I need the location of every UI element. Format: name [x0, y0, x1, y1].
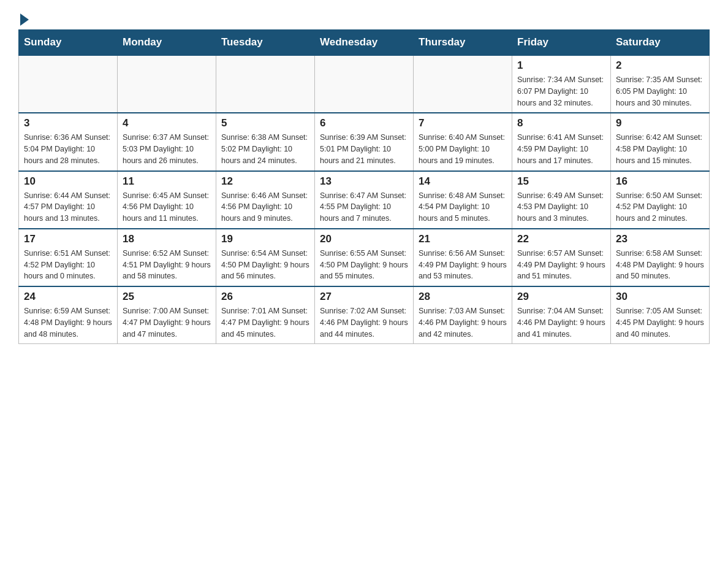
calendar-cell: 1Sunrise: 7:34 AM Sunset: 6:07 PM Daylig… [512, 55, 611, 113]
day-info: Sunrise: 6:45 AM Sunset: 4:56 PM Dayligh… [123, 190, 211, 224]
day-number: 19 [221, 233, 309, 245]
logo [18, 12, 29, 23]
day-info: Sunrise: 6:44 AM Sunset: 4:57 PM Dayligh… [24, 190, 112, 224]
calendar-week-row: 24Sunrise: 6:59 AM Sunset: 4:48 PM Dayli… [19, 286, 710, 344]
calendar-week-row: 3Sunrise: 6:36 AM Sunset: 5:04 PM Daylig… [19, 113, 710, 170]
day-info: Sunrise: 6:49 AM Sunset: 4:53 PM Dayligh… [517, 190, 605, 224]
calendar-header-friday: Friday [512, 30, 611, 56]
day-number: 14 [419, 175, 507, 188]
calendar-cell: 9Sunrise: 6:42 AM Sunset: 4:58 PM Daylig… [611, 113, 710, 170]
day-number: 13 [320, 175, 408, 188]
day-number: 1 [517, 59, 605, 72]
calendar-cell: 28Sunrise: 7:03 AM Sunset: 4:46 PM Dayli… [414, 286, 512, 344]
calendar-cell: 7Sunrise: 6:40 AM Sunset: 5:00 PM Daylig… [414, 113, 512, 170]
day-number: 5 [221, 117, 309, 129]
day-number: 3 [24, 117, 112, 129]
calendar-cell: 12Sunrise: 6:46 AM Sunset: 4:56 PM Dayli… [216, 171, 315, 229]
day-number: 30 [616, 291, 704, 303]
day-info: Sunrise: 7:04 AM Sunset: 4:46 PM Dayligh… [517, 305, 605, 340]
day-number: 11 [123, 175, 211, 188]
day-number: 12 [221, 175, 309, 188]
calendar-header-sunday: Sunday [19, 30, 118, 56]
calendar-cell: 14Sunrise: 6:48 AM Sunset: 4:54 PM Dayli… [414, 171, 512, 229]
calendar-header-thursday: Thursday [414, 30, 512, 56]
day-number: 8 [517, 117, 605, 129]
calendar-week-row: 17Sunrise: 6:51 AM Sunset: 4:52 PM Dayli… [19, 229, 710, 286]
day-number: 9 [616, 117, 704, 129]
calendar-cell: 16Sunrise: 6:50 AM Sunset: 4:52 PM Dayli… [611, 171, 710, 229]
day-info: Sunrise: 7:03 AM Sunset: 4:46 PM Dayligh… [419, 305, 507, 340]
calendar-cell: 4Sunrise: 6:37 AM Sunset: 5:03 PM Daylig… [118, 113, 216, 170]
day-number: 28 [419, 291, 507, 303]
calendar-cell: 2Sunrise: 7:35 AM Sunset: 6:05 PM Daylig… [611, 55, 710, 113]
day-number: 15 [517, 175, 605, 188]
calendar-cell [414, 55, 512, 113]
day-number: 18 [123, 233, 211, 245]
calendar-cell [315, 55, 414, 113]
day-number: 23 [616, 233, 704, 245]
calendar-cell: 5Sunrise: 6:38 AM Sunset: 5:02 PM Daylig… [216, 113, 315, 170]
day-info: Sunrise: 7:34 AM Sunset: 6:07 PM Dayligh… [517, 74, 605, 109]
calendar-cell: 19Sunrise: 6:54 AM Sunset: 4:50 PM Dayli… [216, 229, 315, 286]
calendar-header-saturday: Saturday [611, 30, 710, 56]
calendar-cell: 10Sunrise: 6:44 AM Sunset: 4:57 PM Dayli… [19, 171, 118, 229]
day-info: Sunrise: 7:00 AM Sunset: 4:47 PM Dayligh… [123, 305, 211, 340]
day-number: 6 [320, 117, 408, 129]
calendar-table: SundayMondayTuesdayWednesdayThursdayFrid… [18, 29, 710, 344]
day-number: 29 [517, 291, 605, 303]
calendar-cell: 21Sunrise: 6:56 AM Sunset: 4:49 PM Dayli… [414, 229, 512, 286]
day-info: Sunrise: 6:39 AM Sunset: 5:01 PM Dayligh… [320, 132, 408, 166]
day-number: 21 [419, 233, 507, 245]
day-info: Sunrise: 6:54 AM Sunset: 4:50 PM Dayligh… [221, 248, 309, 282]
day-number: 4 [123, 117, 211, 129]
calendar-cell: 8Sunrise: 6:41 AM Sunset: 4:59 PM Daylig… [512, 113, 611, 170]
day-info: Sunrise: 6:48 AM Sunset: 4:54 PM Dayligh… [419, 190, 507, 224]
day-info: Sunrise: 6:55 AM Sunset: 4:50 PM Dayligh… [320, 248, 408, 282]
day-info: Sunrise: 6:41 AM Sunset: 4:59 PM Dayligh… [517, 132, 605, 166]
calendar-header-monday: Monday [118, 30, 216, 56]
calendar-cell: 3Sunrise: 6:36 AM Sunset: 5:04 PM Daylig… [19, 113, 118, 170]
calendar-cell [118, 55, 216, 113]
calendar-cell: 15Sunrise: 6:49 AM Sunset: 4:53 PM Dayli… [512, 171, 611, 229]
day-number: 25 [123, 291, 211, 303]
day-number: 2 [616, 59, 704, 72]
calendar-header-row: SundayMondayTuesdayWednesdayThursdayFrid… [19, 30, 710, 56]
calendar-cell [19, 55, 118, 113]
day-number: 10 [24, 175, 112, 188]
calendar-cell: 29Sunrise: 7:04 AM Sunset: 4:46 PM Dayli… [512, 286, 611, 344]
day-info: Sunrise: 6:40 AM Sunset: 5:00 PM Dayligh… [419, 132, 507, 166]
day-info: Sunrise: 7:02 AM Sunset: 4:46 PM Dayligh… [320, 305, 408, 340]
day-info: Sunrise: 7:01 AM Sunset: 4:47 PM Dayligh… [221, 305, 309, 340]
day-info: Sunrise: 7:35 AM Sunset: 6:05 PM Dayligh… [616, 74, 704, 109]
calendar-header-wednesday: Wednesday [315, 30, 414, 56]
day-info: Sunrise: 6:51 AM Sunset: 4:52 PM Dayligh… [24, 248, 112, 282]
calendar-cell: 22Sunrise: 6:57 AM Sunset: 4:49 PM Dayli… [512, 229, 611, 286]
calendar-cell: 27Sunrise: 7:02 AM Sunset: 4:46 PM Dayli… [315, 286, 414, 344]
day-info: Sunrise: 6:36 AM Sunset: 5:04 PM Dayligh… [24, 132, 112, 166]
calendar-cell: 13Sunrise: 6:47 AM Sunset: 4:55 PM Dayli… [315, 171, 414, 229]
calendar-cell: 17Sunrise: 6:51 AM Sunset: 4:52 PM Dayli… [19, 229, 118, 286]
calendar-cell: 18Sunrise: 6:52 AM Sunset: 4:51 PM Dayli… [118, 229, 216, 286]
day-info: Sunrise: 6:47 AM Sunset: 4:55 PM Dayligh… [320, 190, 408, 224]
day-number: 7 [419, 117, 507, 129]
day-info: Sunrise: 6:52 AM Sunset: 4:51 PM Dayligh… [123, 248, 211, 282]
day-number: 16 [616, 175, 704, 188]
calendar-cell: 26Sunrise: 7:01 AM Sunset: 4:47 PM Dayli… [216, 286, 315, 344]
logo-arrow-icon [20, 13, 29, 26]
calendar-week-row: 10Sunrise: 6:44 AM Sunset: 4:57 PM Dayli… [19, 171, 710, 229]
calendar-cell [216, 55, 315, 113]
day-info: Sunrise: 6:58 AM Sunset: 4:48 PM Dayligh… [616, 248, 704, 282]
day-number: 26 [221, 291, 309, 303]
day-number: 24 [24, 291, 112, 303]
calendar-cell: 30Sunrise: 7:05 AM Sunset: 4:45 PM Dayli… [611, 286, 710, 344]
calendar-cell: 6Sunrise: 6:39 AM Sunset: 5:01 PM Daylig… [315, 113, 414, 170]
page-header [18, 12, 710, 23]
day-info: Sunrise: 6:38 AM Sunset: 5:02 PM Dayligh… [221, 132, 309, 166]
day-info: Sunrise: 6:59 AM Sunset: 4:48 PM Dayligh… [24, 305, 112, 340]
calendar-cell: 23Sunrise: 6:58 AM Sunset: 4:48 PM Dayli… [611, 229, 710, 286]
calendar-header-tuesday: Tuesday [216, 30, 315, 56]
day-info: Sunrise: 7:05 AM Sunset: 4:45 PM Dayligh… [616, 305, 704, 340]
day-info: Sunrise: 6:37 AM Sunset: 5:03 PM Dayligh… [123, 132, 211, 166]
calendar-week-row: 1Sunrise: 7:34 AM Sunset: 6:07 PM Daylig… [19, 55, 710, 113]
day-number: 22 [517, 233, 605, 245]
